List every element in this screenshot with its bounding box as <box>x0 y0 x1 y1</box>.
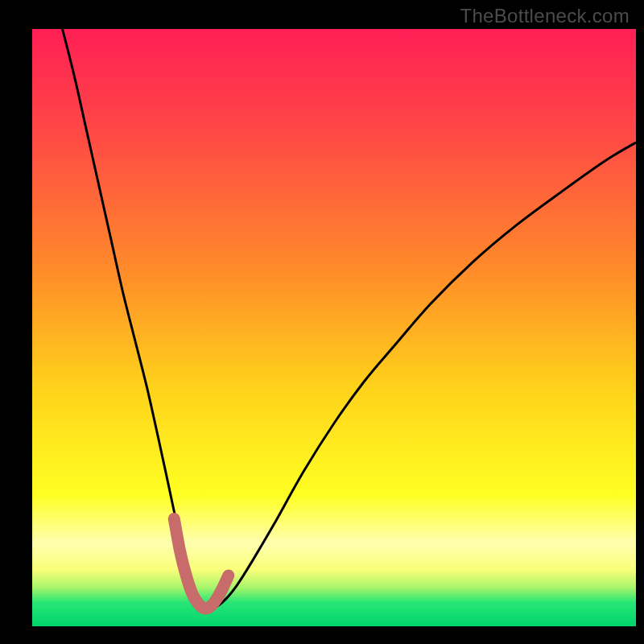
plot-background <box>32 29 636 626</box>
chart-stage: TheBottleneck.com <box>0 0 644 644</box>
watermark-text: TheBottleneck.com <box>460 5 630 27</box>
chart-svg <box>0 0 644 644</box>
